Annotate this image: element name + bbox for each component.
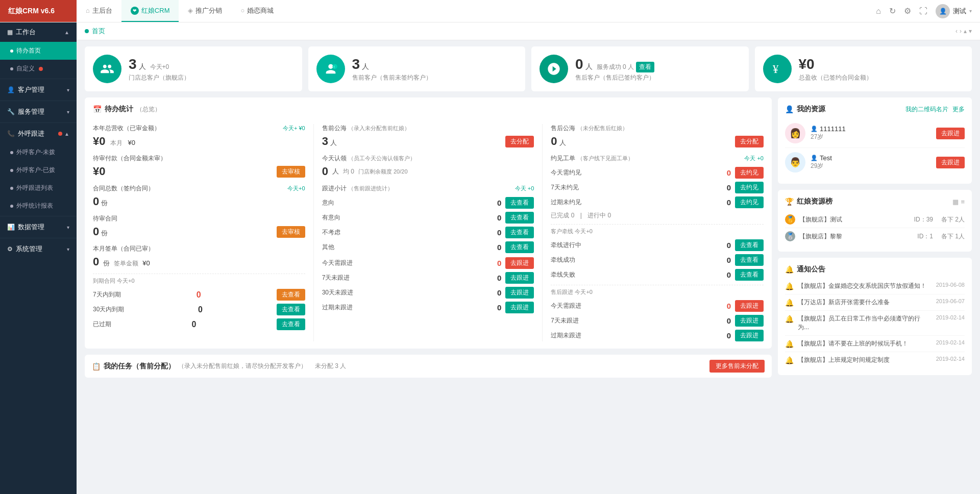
list-view-icon[interactable]: ≡ [961,198,965,206]
tab-shop[interactable]: ○ 婚恋商城 [231,0,283,22]
notice-item-4: 🔔 【旗舰店】请不要在上班的时候玩手机！ 2019-02-14 [785,336,965,352]
d30-btn[interactable]: 去查看 [277,304,305,315]
dot-icon [10,50,13,53]
sidebar-item-customize[interactable]: 自定义 [0,60,77,78]
sidebar: ▦ 工作台 ▲ 待办首页 自定义 👤 客户管理 ▾ 🔧 服务管理 ▾ [0,22,77,494]
failed-row: 牵线失败 0 去查看 [551,269,764,281]
grid-view-icon[interactable]: ▦ [952,198,959,206]
tab-home-icon: ⌂ [86,7,90,14]
notices-header: 🔔 通知公告 [785,265,965,274]
breadcrumb-down-icon[interactable]: ▾ [969,28,972,35]
d7-row: 7天内到期 0 去查看 [93,289,305,301]
sidebar-item-external-not-called[interactable]: 外呼客户-未拨 [0,143,77,161]
todo-col-middle: 售前公海 （录入未分配售前红娘） 3 人 [314,124,543,341]
sidebar-item-pending-home[interactable]: 待办首页 [0,42,77,60]
after-no-follow-7d: 7天未跟进 0 去跟进 [551,315,764,327]
after-need-follow-today-btn[interactable]: 去跟进 [735,300,764,312]
sidebar-item-system-mgmt[interactable]: ⚙ 系统管理 ▾ [0,239,77,259]
overdue-follow-row: 过期未跟进 0 去跟进 [322,302,534,313]
expired-btn[interactable]: 去查看 [277,318,305,330]
resource-name-2: 👤 Test [811,154,832,162]
dashboard: 3 人 今天+0 门店总客户（旗舰店） ! 3 [77,40,980,494]
breadcrumb-nav-arrows: ‹ › ▴ ▾ [955,28,972,35]
failed-btn[interactable]: 去查看 [735,269,764,281]
sidebar-item-external-follow-list[interactable]: 外呼跟进列表 [0,179,77,197]
after-follow-divider: 售后跟进 今天+0 [551,285,764,296]
refresh-icon[interactable]: ↻ [889,6,896,16]
breadcrumb-up-icon[interactable]: ▴ [964,28,967,35]
sidebar-item-service-mgmt[interactable]: 🔧 服务管理 ▾ [0,102,77,121]
fullscreen-icon[interactable]: ⛶ [919,7,927,16]
no-follow-7d-btn[interactable]: 去跟进 [505,272,534,284]
no-7d-row: 7天未约见 0 去约见 [551,182,764,193]
settings-icon[interactable]: ⚙ [904,6,911,16]
expiry-divider: 到期合同 今天+0 [93,274,305,285]
has-intent-btn[interactable]: 去查看 [505,212,534,224]
other-row: 其他 0 去查看 [322,241,534,253]
breadcrumb-dot [85,29,89,33]
sidebar-item-customer-mgmt[interactable]: 👤 客户管理 ▾ [0,80,77,100]
after-overdue-follow-btn[interactable]: 去跟进 [735,330,764,341]
avatar-female: 👩 [785,123,805,143]
no-follow-30d-row: 30天未跟进 0 去跟进 [322,287,534,299]
sidebar-item-external-stats[interactable]: 外呼统计报表 [0,197,77,215]
tab-promo[interactable]: ◈ 推广分销 [179,0,231,22]
success-btn[interactable]: 去查看 [735,254,764,266]
stat-info-total-customers: 3 人 今天+0 门店总客户（旗舰店） [129,56,294,82]
need-today-row: 今天需约见 0 去约见 [551,167,764,179]
tab-crm[interactable]: ❤ 红娘CRM [121,0,179,22]
notice-bell-2: 🔔 [785,299,794,307]
sidebar-header-workbench[interactable]: ▦ 工作台 ▲ [0,22,77,42]
after-no-follow-7d-btn[interactable]: 去跟进 [735,315,764,327]
check-button[interactable]: 查看 [636,62,654,72]
sidebar-item-data-mgmt[interactable]: 📊 数据管理 ▾ [0,217,77,237]
breadcrumb-right-icon[interactable]: › [960,28,962,35]
svg-text:¥: ¥ [772,62,778,76]
intent-btn[interactable]: 去查看 [505,197,534,209]
tab-home[interactable]: ⌂ 主后台 [77,0,121,22]
avatar-male: 👨 [785,152,805,172]
breadcrumb-left-icon[interactable]: ‹ [955,28,958,35]
tasks-title: 📋 我的任务（售前分配） （录入未分配售前红娘，请尽快分配开发客户） [92,362,307,371]
chevron-down-icon: ▾ [67,246,69,252]
sidebar-section-workbench: ▦ 工作台 ▲ 待办首页 自定义 [0,22,77,78]
other-btn[interactable]: 去查看 [505,241,534,253]
sidebar-item-external-called[interactable]: 外呼客户-已拨 [0,161,77,179]
resource-item-2: 👨 👤 Test 29岁 去跟进 [785,148,965,177]
sidebar-header-external-follow[interactable]: 📞 外呼跟进 ▲ [0,124,77,143]
overdue-appt-btn[interactable]: 去约见 [735,196,764,208]
dot-icon [10,187,13,190]
d7-btn[interactable]: 去查看 [277,289,305,301]
need-today-btn[interactable]: 去约见 [735,167,764,179]
tab-promo-icon: ◈ [188,7,193,14]
stat-info-revenue: ¥0 总盈收（已签约合同金额） [799,56,964,82]
stat-number-presale: 3 人 [352,56,518,72]
pending-payment-btn[interactable]: 去审核 [277,166,305,178]
chevron-down-icon: ▾ [67,87,69,93]
pending-contracts-btn[interactable]: 去审核 [277,226,305,238]
presale-sea-row: 售前公海 （录入未分配售前红娘） 3 人 [322,124,534,148]
no-7d-btn[interactable]: 去约见 [735,182,764,193]
nav-tabs: ⌂ 主后台 ❤ 红娘CRM ◈ 推广分销 ○ 婚恋商城 [77,0,876,22]
follow-btn-2[interactable]: 去跟进 [936,157,965,168]
no-consider-btn[interactable]: 去查看 [505,227,534,238]
notice-item-2: 🔔 【万达店】新店开张需要什么准备 2019-06-07 [785,294,965,311]
tasks-more-btn[interactable]: 更多售前未分配 [709,360,765,373]
need-follow-today-btn[interactable]: 去跟进 [505,257,534,269]
aftersale-sea-btn[interactable]: 去分配 [735,136,764,147]
rankings-title: 🏆 红娘资源榜 [785,197,832,206]
monthly-signed-row: 本月签单（合同已审） 0 份 签单金额 ¥0 [93,244,305,268]
has-intent-row: 有意向 0 去查看 [322,212,534,224]
rankings-card: 🏆 红娘资源榜 ▦ ≡ 🥇 【旗舰店】测试 ID：39 [778,190,972,252]
no-follow-30d-btn[interactable]: 去跟进 [505,287,534,299]
my-resources-header: 👤 我的资源 我的二维码名片 更多 [785,105,965,114]
overdue-follow-btn[interactable]: 去跟进 [505,302,534,313]
presale-sea-btn[interactable]: 去分配 [505,136,534,147]
stat-card-aftersale: 0 人 服务成功 0 人 查看 售后客户（售后已签约客户） [531,46,749,91]
stat-info-aftersale: 0 人 服务成功 0 人 查看 售后客户（售后已签约客户） [575,56,741,82]
follow-btn-1[interactable]: 去跟进 [936,128,965,139]
user-info[interactable]: 👤 测试 ▾ [936,4,972,18]
svg-text:!: ! [333,65,334,69]
in-progress2-btn[interactable]: 去查看 [735,239,764,251]
home-icon[interactable]: ⌂ [876,7,881,16]
